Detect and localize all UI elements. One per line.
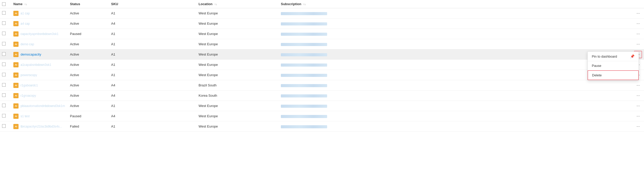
ellipsis-button[interactable]: ··· [634, 113, 642, 120]
row-checkbox[interactable] [2, 42, 6, 46]
row-checkbox[interactable] [2, 124, 6, 128]
subscription-column-header[interactable]: Subscription ↑↓ [278, 0, 629, 8]
name-column-header[interactable]: Name ↑↓ [10, 0, 67, 8]
pin-menu-item-content: Pin to dashboard [592, 55, 617, 58]
row-checkbox[interactable] [2, 73, 6, 76]
sku-cell: A1 [108, 39, 195, 49]
resource-name-blurred[interactable]: s1 test [21, 114, 30, 118]
resource-name-blurred[interactable]: pbiaautomationdnbdownd3sk1m [21, 104, 65, 108]
sku-cell: A1 [108, 70, 195, 80]
location-column-header[interactable]: Location ↑↓ [195, 0, 278, 8]
resource-icon: AI [13, 93, 19, 98]
ellipsis-button[interactable]: ··· [634, 92, 642, 99]
status-cell: Active [67, 91, 108, 101]
resource-icon: AI [13, 124, 19, 129]
subscription-cell [278, 29, 629, 39]
resource-name-blurred[interactable]: a4 cap [21, 22, 30, 25]
resource-name-blurred[interactable]: a1capabsnbdown3sk1 [21, 63, 51, 67]
name-cell: AIs1 test [10, 111, 67, 121]
name-sort-icon[interactable]: ↑↓ [24, 3, 27, 6]
row-checkbox[interactable] [2, 32, 6, 35]
location-cell: West Europe [195, 8, 278, 19]
resource-name-blurred[interactable]: r1gaboardc1 [21, 84, 38, 87]
status-value: Active [70, 94, 79, 97]
row-checkbox-cell [0, 60, 10, 70]
row-checkbox[interactable] [2, 62, 6, 66]
status-value: Active [70, 11, 79, 15]
table-header: Name ↑↓ Status SKU Location ↑↓ Subscript… [0, 0, 644, 8]
row-checkbox-cell [0, 29, 10, 39]
ellipsis-button[interactable]: ··· [634, 41, 642, 48]
name-cell: AIr1gaboardc1 [10, 80, 67, 91]
subscription-blurred [281, 115, 327, 118]
resource-name-blurred[interactable]: capacityapmbsnbdown3sk1 [21, 32, 58, 36]
status-value: Active [70, 22, 79, 25]
table-row: AIa4 capActiveA4West Europe··· [0, 19, 644, 29]
ellipsis-button[interactable]: ··· [634, 31, 642, 37]
row-checkbox[interactable] [2, 52, 6, 56]
ellipsis-button[interactable]: ··· [634, 123, 642, 130]
table-row: AIr1gaboardc1ActiveA4Brazil South··· [0, 80, 644, 91]
subscription-cell [278, 70, 629, 80]
status-cell: Active [67, 8, 108, 19]
subscription-blurred [281, 94, 327, 97]
sku-cell: A4 [108, 19, 195, 29]
location-cell: Brazil South [195, 80, 278, 91]
status-cell: Failed [67, 121, 108, 132]
status-value: Paused [70, 32, 81, 36]
pause-label: Pause [592, 64, 601, 68]
select-all-checkbox[interactable] [2, 2, 6, 6]
resource-name-blurred[interactable]: demo cap [21, 42, 34, 46]
location-cell: West Europe [195, 70, 278, 80]
resource-name-blurred[interactable]: powerscopy [21, 73, 37, 77]
actions-cell: ··· [629, 111, 644, 121]
subscription-cell [278, 91, 629, 101]
row-checkbox[interactable] [2, 21, 6, 25]
row-checkbox-cell [0, 70, 10, 80]
status-value: Active [70, 73, 79, 77]
resource-name-blurred[interactable]: a1 cap [21, 12, 30, 15]
row-checkbox-cell [0, 91, 10, 101]
table-body: AIa1 capActiveA1West Europe···AIa4 capAc… [0, 8, 644, 132]
row-checkbox-cell [0, 121, 10, 132]
ellipsis-button[interactable]: ··· [634, 20, 642, 27]
status-value: Paused [70, 114, 81, 118]
resource-icon: AI [13, 11, 19, 16]
row-checkbox[interactable] [2, 93, 6, 97]
pause-menu-item[interactable]: Pause [588, 61, 639, 70]
name-cell: AIr1groacopy [10, 91, 67, 101]
row-checkbox-cell [0, 49, 10, 60]
table-row: AIdemo capActiveA1West Europe··· [0, 39, 644, 49]
location-cell: West Europe [195, 111, 278, 121]
name-cell: AIa1capabsnbdown3sk1 [10, 60, 67, 70]
ellipsis-button[interactable]: ··· [634, 10, 642, 17]
row-checkbox[interactable] [2, 104, 6, 107]
delete-menu-item[interactable]: Delete [588, 70, 639, 80]
subscription-blurred [281, 74, 327, 77]
sku-cell: A1 [108, 101, 195, 111]
resource-name-link[interactable]: democapacity [21, 52, 41, 56]
pin-to-dashboard-menu-item[interactable]: Pin to dashboard 📌 [588, 52, 639, 61]
subscription-blurred [281, 12, 327, 15]
resource-name-blurred[interactable]: r1groacopy [21, 94, 36, 97]
actions-cell: ··· [629, 19, 644, 29]
select-all-header[interactable] [0, 0, 10, 8]
name-cell: AIa1 cap [10, 8, 67, 19]
row-checkbox-cell [0, 101, 10, 111]
ellipsis-button[interactable]: ··· [634, 103, 642, 109]
table-row: AIcapacityapmbsnbdown3sk1PausedA1West Eu… [0, 29, 644, 39]
subscription-blurred [281, 53, 327, 56]
name-cell: AIpbiaautomationdnbdownd3sk1m [10, 101, 67, 111]
location-cell: West Europe [195, 60, 278, 70]
subscription-blurred [281, 105, 327, 108]
pin-to-dashboard-label: Pin to dashboard [592, 55, 617, 58]
sku-cell: A4 [108, 80, 195, 91]
ellipsis-button[interactable]: ··· [634, 82, 642, 89]
subscription-sort-icon[interactable]: ↑↓ [303, 3, 306, 6]
row-checkbox[interactable] [2, 83, 6, 87]
row-checkbox[interactable] [2, 11, 6, 15]
location-sort-icon[interactable]: ↑↓ [214, 3, 217, 6]
row-checkbox[interactable] [2, 114, 6, 118]
status-value: Active [70, 52, 79, 56]
resource-name-blurred[interactable]: tbrcapacityn21tsc3s9bd3s4s... [21, 125, 62, 128]
